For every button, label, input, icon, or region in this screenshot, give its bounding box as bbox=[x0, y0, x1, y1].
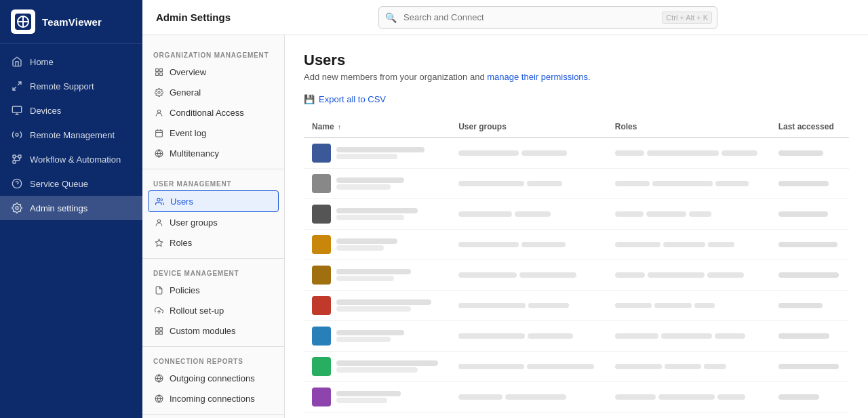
panel-item-multitenancy[interactable]: Multitenancy bbox=[142, 143, 284, 163]
role-tag bbox=[615, 303, 652, 308]
table-row[interactable] bbox=[304, 382, 849, 413]
event-log-icon bbox=[153, 127, 164, 138]
roles-icon bbox=[153, 237, 164, 248]
user-groups-cell bbox=[450, 413, 607, 419]
panel-item-user-groups[interactable]: User groups bbox=[142, 212, 284, 232]
svg-point-14 bbox=[16, 207, 18, 209]
main-area: Admin Settings 🔍 Ctrl + Alt + K ORGANIZA… bbox=[142, 0, 868, 418]
user-groups-cell bbox=[450, 169, 607, 199]
last-accessed-cell bbox=[770, 260, 849, 291]
section-device-management: DEVICE MANAGEMENT bbox=[142, 264, 284, 280]
svg-point-27 bbox=[157, 198, 159, 201]
panel-item-policies[interactable]: Policies bbox=[142, 280, 284, 300]
user-email-line bbox=[336, 398, 387, 403]
topbar: Admin Settings 🔍 Ctrl + Alt + K bbox=[142, 0, 868, 35]
table-row[interactable] bbox=[304, 169, 849, 199]
svg-point-9 bbox=[16, 133, 18, 136]
user-name-cell bbox=[304, 230, 450, 260]
manage-permissions-link[interactable]: manage their permissions. bbox=[487, 72, 590, 82]
role-tag bbox=[646, 211, 686, 217]
role-tag bbox=[704, 364, 726, 369]
table-row[interactable] bbox=[304, 138, 849, 169]
panel-item-general-label: General bbox=[170, 87, 201, 98]
user-email-line bbox=[336, 215, 404, 220]
table-row[interactable] bbox=[304, 321, 849, 352]
sidebar-item-service-queue[interactable]: Service Queue bbox=[0, 171, 142, 196]
avatar bbox=[312, 296, 331, 315]
export-csv-button[interactable]: 💾 Export all to CSV bbox=[304, 94, 386, 104]
panel-item-general[interactable]: General bbox=[142, 82, 284, 102]
panel-item-overview[interactable]: Overview bbox=[142, 62, 284, 82]
table-row[interactable] bbox=[304, 352, 849, 382]
svg-point-20 bbox=[157, 110, 160, 112]
last-accessed-cell bbox=[770, 291, 849, 321]
panel-item-outgoing-connections-label: Outgoing connections bbox=[170, 373, 255, 383]
panel-item-custom-modules[interactable]: Custom modules bbox=[142, 320, 284, 341]
role-tag bbox=[717, 394, 745, 400]
user-email-line bbox=[336, 184, 391, 190]
sidebar-item-workflow-label: Workflow & Automation bbox=[30, 154, 121, 165]
user-email-line bbox=[336, 367, 418, 373]
user-name-cell bbox=[304, 291, 450, 321]
user-roles-cell bbox=[607, 321, 770, 352]
user-name-line bbox=[336, 360, 438, 366]
panel-item-roles[interactable]: Roles bbox=[142, 232, 284, 253]
role-tag bbox=[654, 303, 692, 308]
user-name-cell bbox=[304, 321, 450, 352]
panel-item-rollout-setup[interactable]: Rollout set-up bbox=[142, 300, 284, 320]
column-header-roles[interactable]: Roles bbox=[607, 117, 770, 138]
users-table: Name ↑ User groups Roles Last accessed bbox=[304, 117, 849, 418]
group-tag bbox=[458, 303, 526, 308]
column-header-user-groups[interactable]: User groups bbox=[450, 117, 607, 138]
group-tag bbox=[521, 150, 567, 156]
sidebar-item-home-label: Home bbox=[30, 57, 54, 67]
last-accessed-cell bbox=[770, 138, 849, 169]
role-tag bbox=[615, 181, 650, 186]
sidebar-item-remote-support[interactable]: Remote Support bbox=[0, 74, 142, 98]
topbar-title: Admin Settings bbox=[156, 12, 231, 23]
general-icon bbox=[153, 87, 164, 98]
avatar bbox=[312, 388, 331, 406]
sidebar-item-home[interactable]: Home bbox=[0, 49, 142, 74]
panel-item-incoming-connections[interactable]: Incoming connections bbox=[142, 388, 284, 409]
table-row[interactable] bbox=[304, 291, 849, 321]
panel-item-users[interactable]: Users bbox=[148, 190, 279, 212]
svg-rect-30 bbox=[155, 327, 158, 330]
user-name-cell bbox=[304, 382, 450, 413]
panel-item-event-log[interactable]: Event log bbox=[142, 123, 284, 143]
user-groups-cell bbox=[450, 138, 607, 169]
last-accessed-cell bbox=[770, 230, 849, 260]
group-tag bbox=[528, 333, 573, 339]
last-accessed-value bbox=[778, 364, 839, 369]
panel-item-conditional-access[interactable]: Conditional Access bbox=[142, 102, 284, 123]
workflow-icon bbox=[11, 153, 23, 165]
sidebar-item-workflow[interactable]: Workflow & Automation bbox=[0, 147, 142, 171]
teamviewer-logo-icon bbox=[11, 9, 35, 34]
sidebar-item-admin-settings[interactable]: Admin settings bbox=[0, 196, 142, 220]
table-row[interactable] bbox=[304, 413, 849, 419]
group-tag bbox=[515, 211, 551, 217]
avatar bbox=[312, 205, 331, 224]
svg-rect-15 bbox=[155, 68, 158, 71]
table-row[interactable] bbox=[304, 230, 849, 260]
last-accessed-cell bbox=[770, 169, 849, 199]
column-header-last-accessed[interactable]: Last accessed bbox=[770, 117, 849, 138]
panel-item-outgoing-connections[interactable]: Outgoing connections bbox=[142, 368, 284, 388]
user-email-line bbox=[336, 154, 397, 159]
rollout-icon bbox=[153, 305, 164, 316]
user-groups-icon bbox=[153, 217, 164, 228]
sidebar-item-devices[interactable]: Devices bbox=[0, 98, 142, 123]
section-user-management: USER MANAGEMENT bbox=[142, 175, 284, 190]
last-accessed-value bbox=[778, 242, 837, 247]
svg-rect-33 bbox=[155, 331, 158, 334]
table-row[interactable] bbox=[304, 199, 849, 230]
sidebar-item-remote-management[interactable]: Remote Management bbox=[0, 123, 142, 147]
user-name-cell bbox=[304, 260, 450, 291]
column-header-name[interactable]: Name ↑ bbox=[304, 117, 450, 138]
svg-rect-11 bbox=[18, 155, 21, 158]
user-roles-cell bbox=[607, 199, 770, 230]
table-row[interactable] bbox=[304, 260, 849, 291]
group-tag bbox=[527, 181, 562, 186]
last-accessed-cell bbox=[770, 382, 849, 413]
avatar bbox=[312, 235, 331, 254]
